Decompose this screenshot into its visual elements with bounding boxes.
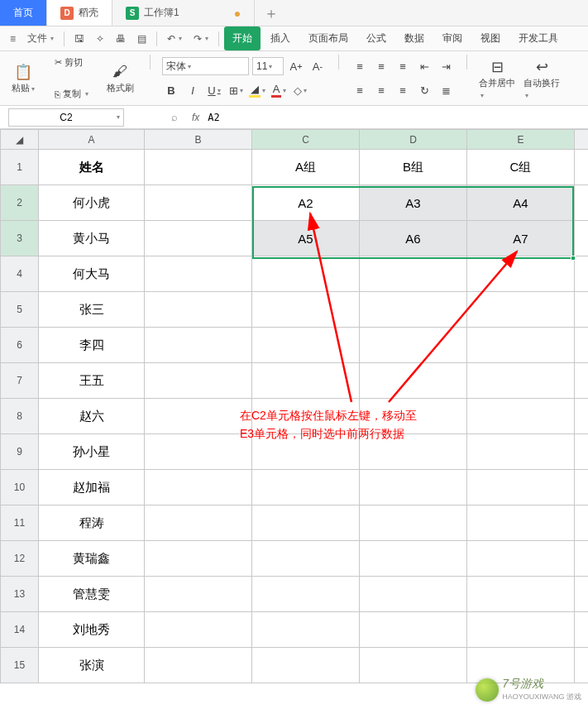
font-color-button[interactable]: A (270, 81, 288, 99)
cell[interactable] (467, 612, 575, 648)
ribbon-tab-data[interactable]: 数据 (396, 26, 433, 50)
indent-increase-icon[interactable]: ⇥ (437, 57, 455, 75)
row-header[interactable]: 5 (1, 292, 39, 328)
ribbon-tab-insert[interactable]: 插入 (262, 26, 299, 50)
col-header-next[interactable] (575, 130, 589, 150)
row-header[interactable]: 2 (1, 185, 39, 221)
cell-style-button[interactable]: ◇ (291, 81, 309, 99)
cut-button[interactable]: ✂剪切 (50, 55, 93, 70)
col-header-c[interactable]: C (252, 130, 360, 150)
cell[interactable] (467, 328, 575, 363)
cell[interactable] (575, 185, 589, 221)
row-header[interactable]: 6 (1, 328, 39, 363)
format-painter-button[interactable]: 🖌 格式刷 (102, 55, 138, 101)
cell[interactable]: 张三 (39, 292, 145, 328)
underline-button[interactable]: U (205, 81, 223, 99)
cell[interactable] (575, 577, 589, 612)
row-header[interactable]: 8 (1, 399, 39, 434)
cell[interactable] (252, 505, 360, 541)
cell[interactable] (575, 363, 589, 399)
cell[interactable]: 王五 (39, 363, 145, 399)
cell[interactable]: C组 (467, 150, 575, 185)
tab-home[interactable]: 首页 (0, 0, 47, 26)
fill-color-button[interactable]: ◢ (248, 81, 266, 99)
align-bottom-icon[interactable]: ≡ (394, 57, 412, 75)
cell[interactable] (575, 328, 589, 363)
cell[interactable] (252, 256, 360, 292)
save-icon[interactable]: 🖫 (69, 30, 89, 48)
row-header[interactable]: 9 (1, 434, 39, 470)
cell[interactable] (360, 612, 467, 648)
name-box[interactable]: C2 (8, 108, 124, 127)
cell[interactable] (467, 399, 575, 434)
distribute-icon[interactable]: ≣ (437, 81, 455, 99)
cell[interactable] (467, 292, 575, 328)
cell[interactable]: 程涛 (39, 505, 145, 541)
cell[interactable] (145, 577, 252, 612)
cell[interactable] (360, 577, 467, 612)
cell[interactable] (145, 328, 252, 363)
row-header[interactable]: 15 (1, 648, 39, 683)
save-as-icon[interactable]: ✧ (91, 30, 109, 48)
align-middle-icon[interactable]: ≡ (372, 57, 390, 75)
align-right-icon[interactable]: ≡ (394, 81, 412, 99)
cell[interactable] (252, 292, 360, 328)
cell[interactable] (145, 505, 252, 541)
ribbon-tab-dev[interactable]: 开发工具 (510, 26, 566, 50)
row-header[interactable]: 12 (1, 541, 39, 577)
cell[interactable] (575, 541, 589, 577)
cell[interactable]: 刘地秀 (39, 612, 145, 648)
ribbon-tab-review[interactable]: 审阅 (434, 26, 471, 50)
cell[interactable]: 黄小马 (39, 221, 145, 256)
tab-docking[interactable]: D 稻壳 (47, 0, 112, 26)
cell[interactable] (360, 363, 467, 399)
copy-button[interactable]: ⎘复制 (50, 86, 93, 102)
cell[interactable] (145, 434, 252, 470)
cell[interactable] (252, 328, 360, 363)
cell[interactable] (467, 577, 575, 612)
fx-icon[interactable]: fx (192, 112, 199, 123)
font-size-select[interactable]: 11 (252, 57, 284, 75)
ribbon-tab-formula[interactable]: 公式 (358, 26, 394, 50)
cell[interactable] (145, 541, 252, 577)
row-header[interactable]: 4 (1, 256, 39, 292)
cell[interactable]: 李四 (39, 328, 145, 363)
zoom-lens-icon[interactable]: ⌕ (165, 108, 184, 127)
cell[interactable] (145, 399, 252, 434)
bold-button[interactable]: B (162, 81, 180, 99)
cell[interactable] (467, 470, 575, 505)
cell[interactable] (575, 292, 589, 328)
cell[interactable] (467, 363, 575, 399)
ribbon-tab-layout[interactable]: 页面布局 (300, 26, 356, 50)
cell[interactable] (252, 612, 360, 648)
cell[interactable] (145, 150, 252, 185)
row-header[interactable]: 13 (1, 577, 39, 612)
undo-button[interactable]: ↶ (162, 30, 187, 48)
cell[interactable]: 何小虎 (39, 185, 145, 221)
cell[interactable] (467, 434, 575, 470)
tab-add-button[interactable]: ＋ (255, 0, 288, 26)
cell[interactable] (360, 470, 467, 505)
cell[interactable]: A3 (360, 185, 467, 221)
cell[interactable] (360, 505, 467, 541)
formula-input[interactable]: A2 (208, 112, 219, 123)
indent-decrease-icon[interactable]: ⇤ (415, 57, 433, 75)
print-icon[interactable]: 🖶 (111, 30, 131, 48)
col-header-b[interactable]: B (145, 130, 252, 150)
cell[interactable] (575, 150, 589, 185)
cell[interactable] (575, 505, 589, 541)
cell[interactable]: 姓名 (39, 150, 145, 185)
redo-button[interactable]: ↷ (189, 30, 213, 48)
cell[interactable]: 赵六 (39, 399, 145, 434)
cell[interactable] (252, 577, 360, 612)
col-header-a[interactable]: A (39, 130, 145, 150)
cell[interactable] (360, 256, 467, 292)
italic-button[interactable]: I (184, 81, 202, 99)
cell[interactable] (360, 541, 467, 577)
cell[interactable] (252, 648, 360, 683)
row-header[interactable]: 7 (1, 363, 39, 399)
cell[interactable] (145, 612, 252, 648)
cell[interactable] (575, 612, 589, 648)
cell[interactable] (467, 505, 575, 541)
cell[interactable] (575, 221, 589, 256)
